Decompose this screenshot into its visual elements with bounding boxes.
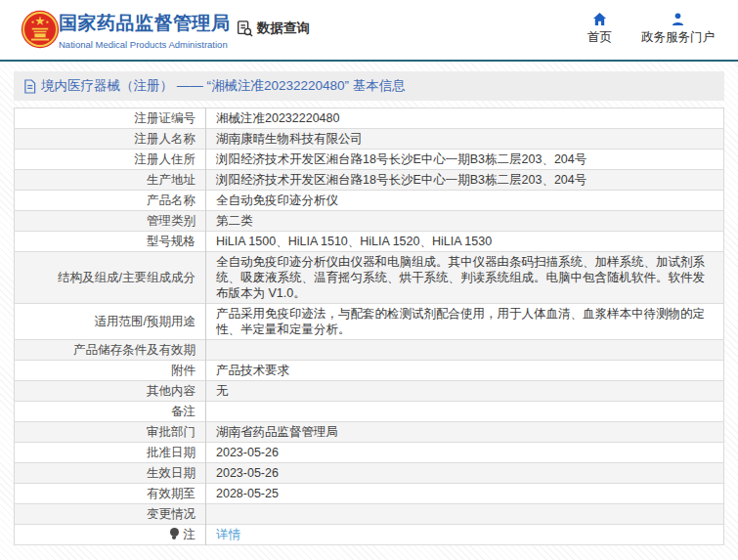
row-label-cell: 型号规格 [15, 232, 206, 252]
header: 国家药品监督管理局 National Medical Products Admi… [0, 0, 738, 60]
row-label-cell: 管理类别 [15, 211, 206, 232]
row-value-cell: 无 [206, 381, 724, 402]
row-value-cell: 浏阳经济技术开发区湘台路18号长沙E中心一期B3栋二层203、204号 [206, 150, 724, 170]
table-row: 有效期至 2028-05-25 [15, 484, 724, 504]
row-value-cell [206, 402, 724, 422]
row-label: 附件 [171, 364, 195, 377]
row-label: 生效日期 [147, 466, 195, 480]
row-label: 产品名称 [147, 194, 195, 207]
row-label-cell: 产品储存条件及有效期 [15, 340, 206, 361]
breadcrumb-text: 境内医疗器械（注册） —— “湘械注准20232220480” 基本信息 [41, 77, 406, 95]
row-value-cell: 全自动免疫印迹分析仪 [206, 191, 724, 211]
row-value: 产品采用免疫印迹法，与配套的检测试剂配合使用，用于人体血清、血浆样本中待测物的定… [216, 307, 705, 336]
table-row: 批准日期 2023-05-26 [15, 443, 724, 463]
row-label-cell: 结构及组成/主要组成成分 [15, 252, 206, 304]
row-value: 无 [216, 384, 229, 398]
table-row: 注 详情 [15, 525, 724, 545]
row-value: 全自动免疫印迹分析仪 [216, 194, 338, 207]
row-label: 批准日期 [147, 446, 195, 459]
row-label-cell: 生产地址 [15, 170, 206, 191]
row-value-cell [206, 504, 724, 525]
row-value-cell: 2023-05-26 [206, 463, 724, 484]
row-label: 生产地址 [147, 173, 195, 187]
row-label: 结构及组成/主要组成成分 [58, 271, 195, 284]
row-label-cell: 有效期至 [15, 484, 206, 504]
row-value: 湘械注准20232220480 [216, 111, 339, 125]
row-value: 产品技术要求 [216, 364, 289, 377]
table-row: 附件 产品技术要求 [15, 361, 724, 381]
row-value-cell: 浏阳经济技术开发区湘台路18号长沙E中心一期B3栋二层203、204号 [206, 170, 724, 191]
row-value: 湖南省药品监督管理局 [216, 425, 338, 439]
row-label: 审批部门 [147, 425, 195, 439]
row-value: HiLIA 1500、HiLIA 1510、HiLIA 1520、HiLIA 1… [216, 235, 492, 248]
row-label-cell: 产品名称 [15, 191, 206, 211]
table-row: 备注 [15, 402, 724, 422]
table-row: 注册人住所 浏阳经济技术开发区湘台路18号长沙E中心一期B3栋二层203、204… [15, 150, 724, 170]
row-label-cell: 注册人住所 [15, 150, 206, 170]
row-label: 变更情况 [147, 507, 195, 521]
row-value-cell: 第二类 [206, 211, 724, 232]
home-icon [592, 12, 607, 26]
data-query-button[interactable]: 数据查询 [236, 20, 310, 37]
breadcrumb: 境内医疗器械（注册） —— “湘械注准20232220480” 基本信息 [14, 71, 724, 101]
row-label: 注册证编号 [135, 111, 196, 125]
site-title: 国家药品监督管理局 [59, 11, 231, 36]
nav-gov-portal[interactable]: 政务服务门户 [641, 12, 715, 46]
lightbulb-icon [170, 528, 180, 540]
row-value-cell [206, 340, 724, 361]
row-label-cell: 变更情况 [15, 504, 206, 525]
top-nav: 首页 政务服务门户 [587, 12, 715, 46]
table-row: 生产地址 浏阳经济技术开发区湘台路18号长沙E中心一期B3栋二层203、204号 [15, 170, 724, 191]
row-value-cell: 湖南省药品监督管理局 [206, 422, 724, 443]
row-value-cell: HiLIA 1500、HiLIA 1510、HiLIA 1520、HiLIA 1… [206, 232, 724, 252]
row-label-cell: 适用范围/预期用途 [15, 304, 206, 340]
row-value-cell: 全自动免疫印迹分析仪由仪器和电脑组成。其中仪器由条码扫描系统、加样系统、加试剂系… [206, 252, 724, 304]
document-icon [23, 79, 36, 94]
row-label: 管理类别 [147, 214, 195, 228]
china-national-emblem-logo [21, 10, 60, 49]
logo-text: 国家药品监督管理局 National Medical Products Admi… [59, 11, 231, 50]
row-label: 注册人住所 [135, 152, 196, 166]
table-row: 其他内容 无 [15, 381, 724, 402]
row-label: 注 [184, 528, 196, 541]
row-label: 有效期至 [147, 487, 195, 500]
row-value-cell: 产品采用免疫印迹法，与配套的检测试剂配合使用，用于人体血清、血浆样本中待测物的定… [206, 304, 724, 340]
nav-gov-portal-label: 政务服务门户 [641, 29, 715, 46]
table-row: 变更情况 [15, 504, 724, 525]
row-value: 2023-05-26 [216, 466, 279, 480]
row-label: 注册人名称 [135, 132, 196, 146]
row-value-cell: 湘械注准20232220480 [206, 108, 724, 129]
row-label: 适用范围/预期用途 [95, 315, 195, 328]
header-divider-line [0, 60, 738, 62]
row-value-cell: 产品技术要求 [206, 361, 724, 381]
table-row: 注册证编号 湘械注准20232220480 [15, 108, 724, 129]
row-label-cell: 附件 [15, 361, 206, 381]
row-label: 备注 [171, 405, 195, 418]
table-row: 生效日期 2023-05-26 [15, 463, 724, 484]
row-label-cell: 审批部门 [15, 422, 206, 443]
table-row: 审批部门 湖南省药品监督管理局 [15, 422, 724, 443]
person-icon [671, 12, 685, 26]
row-label: 产品储存条件及有效期 [73, 343, 195, 357]
detail-link[interactable]: 详情 [216, 528, 240, 541]
row-value: 全自动免疫印迹分析仪由仪器和电脑组成。其中仪器由条码扫描系统、加样系统、加试剂系… [216, 255, 705, 300]
row-value-cell: 湖南康晴生物科技有限公司 [206, 129, 724, 150]
row-label-cell: 生效日期 [15, 463, 206, 484]
row-value: 2023-05-26 [216, 446, 279, 459]
table-row: 产品储存条件及有效期 [15, 340, 724, 361]
row-value: 2028-05-25 [216, 487, 279, 500]
row-label-cell: 备注 [15, 402, 206, 422]
data-query-label: 数据查询 [257, 20, 310, 37]
data-query-icon [236, 20, 253, 37]
table-row: 适用范围/预期用途 产品采用免疫印迹法，与配套的检测试剂配合使用，用于人体血清、… [15, 304, 724, 340]
site-subtitle: National Medical Products Administration [59, 39, 231, 50]
row-label-cell: 批准日期 [15, 443, 206, 463]
nav-home[interactable]: 首页 [587, 12, 612, 46]
row-value-cell: 2023-05-26 [206, 443, 724, 463]
row-value: 湖南康晴生物科技有限公司 [216, 132, 363, 146]
table-row: 注册人名称 湖南康晴生物科技有限公司 [15, 129, 724, 150]
registration-info-table: 注册证编号 湘械注准20232220480 注册人名称 湖南康晴生物科技有限公司… [14, 108, 724, 545]
row-label: 其他内容 [147, 384, 195, 398]
table-row: 管理类别 第二类 [15, 211, 724, 232]
table-row: 型号规格 HiLIA 1500、HiLIA 1510、HiLIA 1520、Hi… [15, 232, 724, 252]
